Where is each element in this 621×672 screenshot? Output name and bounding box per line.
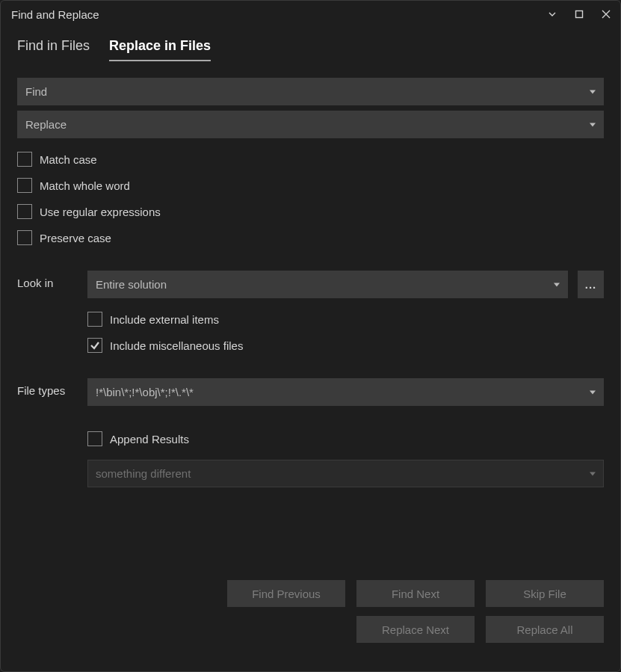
- match-case-label: Match case: [40, 153, 97, 166]
- file-types-input[interactable]: !*\bin\*;!*\obj\*;!*\.*\*: [87, 378, 604, 406]
- browse-button[interactable]: ...: [578, 271, 604, 298]
- close-icon[interactable]: [598, 6, 614, 22]
- match-case-checkbox[interactable]: [17, 152, 32, 167]
- search-options: Match case Match whole word Use regular …: [17, 152, 604, 245]
- chevron-down-icon: [590, 472, 596, 475]
- append-results-checkbox[interactable]: [87, 431, 102, 446]
- replace-input[interactable]: Replace: [17, 111, 604, 138]
- window-controls: [544, 6, 614, 22]
- minimize-icon[interactable]: [544, 6, 560, 22]
- replace-all-button[interactable]: Replace All: [486, 616, 604, 643]
- preserve-case-checkbox[interactable]: [17, 230, 32, 245]
- svg-rect-0: [576, 11, 583, 18]
- mode-tabs: Find in Files Replace in Files: [1, 28, 620, 61]
- dialog-content: Find Replace Match case Match whole word…: [1, 61, 620, 671]
- window-title: Find and Replace: [11, 8, 99, 21]
- find-input[interactable]: Find: [17, 78, 604, 105]
- look-in-select[interactable]: Entire solution: [87, 271, 568, 298]
- file-types-value: !*\bin\*;!*\obj\*;!*\.*\*: [96, 386, 194, 398]
- chevron-down-icon: [590, 90, 596, 93]
- look-in-value: Entire solution: [96, 278, 167, 291]
- match-whole-word-checkbox[interactable]: [17, 178, 32, 193]
- maximize-icon[interactable]: [571, 6, 587, 22]
- replace-next-button[interactable]: Replace Next: [356, 616, 475, 643]
- chevron-down-icon: [590, 390, 596, 394]
- find-next-button[interactable]: Find Next: [356, 580, 475, 607]
- find-previous-button[interactable]: Find Previous: [227, 580, 345, 607]
- tab-find-in-files[interactable]: Find in Files: [17, 38, 90, 61]
- chevron-down-icon: [554, 283, 560, 286]
- preserve-case-label: Preserve case: [40, 232, 111, 244]
- append-results-label: Append Results: [110, 433, 189, 446]
- tab-replace-in-files[interactable]: Replace in Files: [109, 38, 211, 61]
- results-target-value: something different: [96, 467, 191, 480]
- action-buttons: Find Previous Find Next Skip File Replac…: [17, 580, 604, 655]
- titlebar: Find and Replace: [1, 1, 620, 28]
- replace-input-placeholder: Replace: [25, 118, 67, 131]
- find-input-placeholder: Find: [25, 85, 47, 98]
- include-misc-label: Include miscellaneous files: [110, 339, 243, 352]
- include-external-label: Include external items: [110, 313, 219, 326]
- include-misc-checkbox[interactable]: [87, 338, 102, 353]
- match-whole-word-label: Match whole word: [40, 179, 130, 192]
- include-external-checkbox[interactable]: [87, 312, 102, 327]
- look-in-label: Look in: [17, 271, 87, 289]
- skip-file-button[interactable]: Skip File: [486, 580, 604, 607]
- use-regex-checkbox[interactable]: [17, 204, 32, 219]
- results-target-select: something different: [87, 460, 604, 487]
- chevron-down-icon: [590, 123, 596, 126]
- file-types-label: File types: [17, 378, 87, 397]
- use-regex-label: Use regular expressions: [40, 206, 161, 218]
